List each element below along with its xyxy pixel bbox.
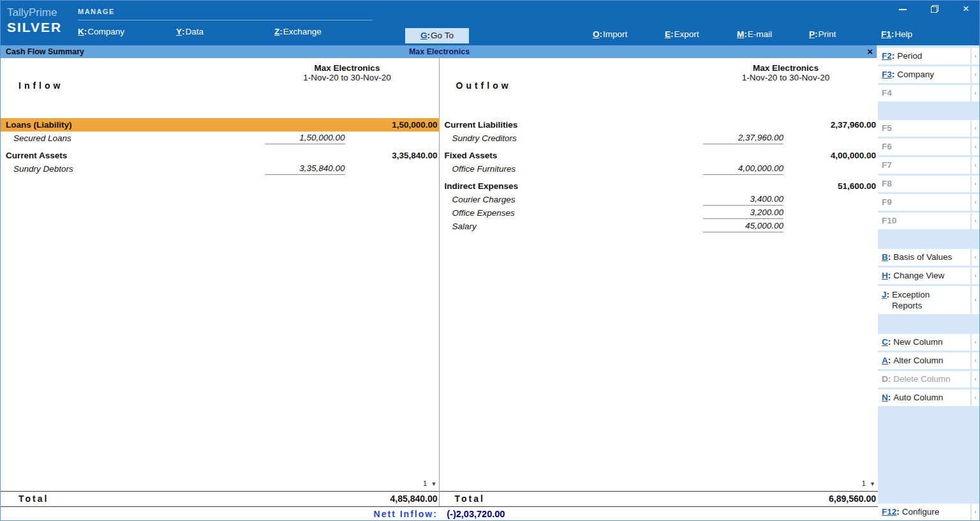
menu-label: Company <box>87 27 124 36</box>
sidebar-spacer <box>877 316 979 334</box>
menu-help[interactable]: F1Help <box>881 29 953 39</box>
hotkey: F4 <box>882 88 892 98</box>
sidebar-button-basis-of-values[interactable]: BBasis of Values <box>877 249 970 266</box>
chevron-left-icon[interactable]: ‹ <box>972 286 979 314</box>
ledger-name: Salary <box>440 222 477 231</box>
menu-export[interactable]: EExport <box>665 29 737 39</box>
group-amount: 1,50,000.00 <box>392 118 437 132</box>
table-row[interactable]: Loans (Liability) 1,50,000.00 <box>1 118 440 132</box>
menu-import[interactable]: OImport <box>593 29 665 39</box>
sidebar-row: HChange View ‹ <box>877 268 979 284</box>
hotkey: F6 <box>882 142 892 151</box>
menu-label: Exchange <box>283 27 322 36</box>
menu-label: Export <box>674 29 699 39</box>
sidebar-button-change-view[interactable]: HChange View <box>877 268 970 284</box>
table-row[interactable]: Fixed Assets 4,00,000.00 <box>440 149 879 162</box>
outflow-company-block: Max Electronics 1-Nov-20 to 30-Nov-20 <box>695 63 877 82</box>
report-company: Max Electronics <box>1 47 878 56</box>
report-period: 1-Nov-20 to 30-Nov-20 <box>256 73 438 82</box>
outflow-rows: Current Liabilities 2,37,960.00 Sundry C… <box>440 118 879 233</box>
hotkey: H <box>882 271 893 280</box>
table-row[interactable]: Salary 45,000.00 <box>440 220 879 233</box>
chevron-left-icon[interactable]: ‹ <box>972 504 979 520</box>
sidebar-row: F2Period ‹ <box>877 48 979 64</box>
sidebar-row: F5 ‹ <box>877 120 979 137</box>
sidebar-button-period[interactable]: F2Period <box>877 48 970 64</box>
menu-print[interactable]: PPrint <box>809 29 881 39</box>
table-row[interactable]: Current Liabilities 2,37,960.00 <box>440 118 879 132</box>
chevron-left-icon[interactable]: ‹ <box>972 249 979 266</box>
ledger-name: Courier Charges <box>440 195 516 204</box>
inflow-page-indicator[interactable]: 1 ▼ <box>1 479 440 491</box>
menu-label: E-mail <box>748 29 772 39</box>
hotkey: N <box>882 393 893 402</box>
ledger-amount: 45,000.00 <box>703 220 783 232</box>
menu-go-to[interactable]: GGo To <box>405 28 469 43</box>
table-row[interactable]: Sundry Creditors 2,37,960.00 <box>440 132 879 145</box>
ledger-name: Secured Loans <box>1 133 71 143</box>
sidebar-button-auto-column[interactable]: NAuto Column <box>877 389 970 406</box>
chevron-left-icon[interactable]: ‹ <box>972 352 979 369</box>
table-row[interactable]: Indirect Expenses 51,600.00 <box>440 179 879 193</box>
chevron-left-icon: ‹ <box>972 176 979 192</box>
total-row: Total 4,85,840.00 Total 6,89,560.00 <box>1 491 878 507</box>
right-menu-group: OImport EExport ME-mail PPrint F1Help <box>593 29 953 39</box>
brand-name: TallyPrime <box>7 6 62 19</box>
cash-flow-report: Max Electronics 1-Nov-20 to 30-Nov-20 In… <box>1 58 878 521</box>
manage-menu-group: MANAGE KCompany YData ZExchange <box>78 8 373 36</box>
hotkey: F10 <box>882 216 896 225</box>
sidebar-button-delete-column: DDelete Column <box>877 371 970 388</box>
inflow-header: Max Electronics 1-Nov-20 to 30-Nov-20 In… <box>1 63 440 93</box>
ledger-group-name: Indirect Expenses <box>440 181 519 191</box>
menu-email[interactable]: ME-mail <box>737 29 809 39</box>
chevron-left-icon[interactable]: ‹ <box>972 48 979 64</box>
menu-data[interactable]: YData <box>176 27 274 36</box>
minimize-icon[interactable] <box>899 5 907 13</box>
sidebar-button-new-column[interactable]: CNew Column <box>877 334 970 351</box>
table-row[interactable]: Sundry Debtors 3,35,840.00 <box>1 162 440 176</box>
group-amount: 51,600.00 <box>838 179 876 193</box>
outflow-page-indicator[interactable]: 1 ▼ <box>440 479 879 491</box>
hotkey: K <box>78 27 87 36</box>
outflow-label: Outflow <box>456 80 512 91</box>
chevron-left-icon: ‹ <box>972 157 979 174</box>
close-icon[interactable]: × <box>963 4 969 13</box>
hotkey: G <box>420 31 431 40</box>
table-row[interactable]: Current Assets 3,35,840.00 <box>1 149 440 162</box>
table-row[interactable]: Office Expenses 3,200.00 <box>440 206 879 220</box>
sidebar-spacer <box>877 408 979 504</box>
sidebar-row: F6 ‹ <box>877 139 979 155</box>
sidebar-row: DDelete Column ‹ <box>877 371 979 388</box>
table-row[interactable]: Courier Charges 3,400.00 <box>440 193 879 206</box>
table-row[interactable]: Secured Loans 1,50,000.00 <box>1 132 440 145</box>
hotkey: Z <box>274 27 283 36</box>
report-title-bar: Cash Flow Summary Max Electronics × <box>1 45 878 58</box>
sidebar-row: NAuto Column ‹ <box>877 389 979 406</box>
menu-exchange[interactable]: ZExchange <box>274 27 373 36</box>
menu-company[interactable]: KCompany <box>78 27 176 36</box>
ledger-amount: 3,35,840.00 <box>265 162 345 175</box>
sidebar-button-exception-reports[interactable]: JException Reports <box>877 286 970 314</box>
sidebar-row: AAlter Column ‹ <box>877 352 979 369</box>
hotkey: F9 <box>882 197 892 207</box>
chevron-left-icon[interactable]: ‹ <box>972 334 979 351</box>
restore-icon[interactable] <box>931 5 939 13</box>
top-bar: TallyPrime SILVER MANAGE KCompany YData … <box>1 1 979 45</box>
sidebar-button-alter-column[interactable]: AAlter Column <box>877 352 970 369</box>
hotkey: A <box>882 356 893 365</box>
chevron-left-icon[interactable]: ‹ <box>972 389 979 406</box>
report-close-icon[interactable]: × <box>867 46 873 57</box>
chevron-left-icon[interactable]: ‹ <box>972 268 979 284</box>
ledger-name: Sundry Creditors <box>440 133 517 143</box>
menu-label: Import <box>603 29 627 39</box>
table-row[interactable]: Office Furnitures 4,00,000.00 <box>440 162 879 176</box>
hotkey: F8 <box>882 179 892 188</box>
sidebar-row: F12Configure ‹ <box>877 504 979 520</box>
sidebar-row: CNew Column ‹ <box>877 334 979 351</box>
chevron-left-icon[interactable]: ‹ <box>972 66 979 83</box>
menu-label: Help <box>895 29 912 39</box>
sidebar-row: F10 ‹ <box>877 213 979 229</box>
nett-inflow-value: (-)2,03,720.00 <box>447 509 505 519</box>
sidebar-button-configure[interactable]: F12Configure <box>877 504 970 520</box>
sidebar-button-company[interactable]: F3Company <box>877 66 970 83</box>
